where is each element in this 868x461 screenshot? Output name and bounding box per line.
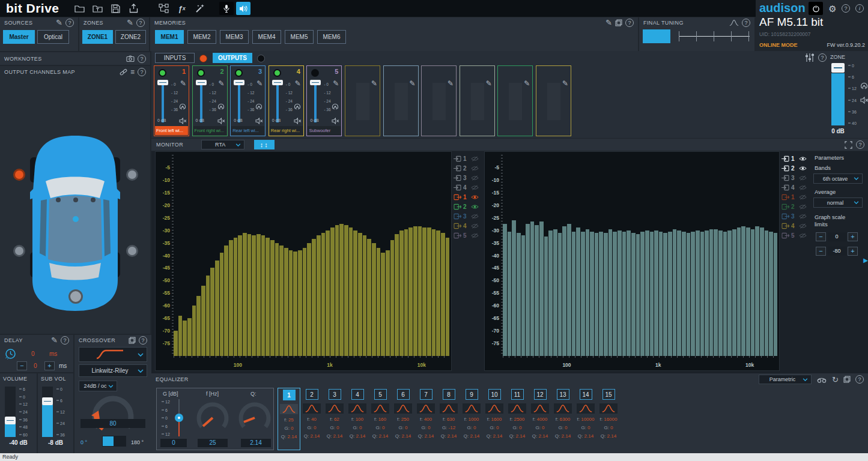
copy-icon[interactable] — [129, 337, 136, 344]
subvol-fader[interactable] — [42, 387, 53, 437]
listen-icon[interactable] — [179, 103, 186, 110]
legend-row-out-1[interactable]: 1 — [454, 192, 482, 202]
help-icon[interactable]: ? — [139, 336, 147, 345]
memory-button-4[interactable]: MEM4 — [252, 30, 281, 44]
listen-icon[interactable] — [294, 103, 301, 110]
monitor-arrows-button[interactable]: ↕↕ — [254, 140, 275, 149]
eq-band-number-button[interactable]: 15 — [602, 389, 615, 400]
edit-icon[interactable]: ✎ — [371, 79, 377, 88]
legend-row-in-1[interactable]: 1 — [454, 154, 482, 163]
eye-off-icon[interactable] — [471, 156, 479, 161]
microphone-icon[interactable] — [219, 2, 234, 15]
eq-band-number-button[interactable]: 13 — [557, 389, 569, 400]
crossover-frequency-value[interactable]: 80 — [80, 419, 145, 428]
help-icon[interactable]: ? — [818, 53, 827, 62]
eye-off-icon[interactable] — [799, 223, 807, 229]
monitor-mode-dropdown[interactable]: RTA — [201, 140, 244, 149]
edit-icon[interactable]: ✎ — [486, 79, 492, 88]
legend-row-out-1[interactable]: 1 — [782, 192, 810, 202]
channel-fader-handle[interactable] — [196, 80, 207, 85]
edit-icon[interactable]: ✎ — [410, 79, 416, 88]
eq-band-15[interactable]: 15f: 16000G: 0Q: 2.14 — [597, 388, 620, 450]
channel-strip-empty[interactable]: ✎ — [536, 65, 571, 136]
power-icon[interactable] — [809, 2, 823, 15]
channel-fader-handle[interactable] — [157, 80, 168, 85]
channel-label[interactable]: Front left wi... — [155, 126, 188, 135]
edit-icon[interactable]: ✎ — [180, 79, 186, 88]
eq-band-number-button[interactable]: 6 — [397, 389, 410, 400]
eq-band-1[interactable]: 1f: 25G: 0Q: 2.14 — [278, 388, 300, 450]
eye-off-icon[interactable] — [471, 175, 479, 181]
listen-icon[interactable] — [255, 103, 263, 110]
expand-panel-arrow[interactable]: ▶ — [863, 257, 868, 264]
eq-band-5[interactable]: 5f: 160G: 0Q: 2.14 — [369, 388, 392, 450]
mixer-icon[interactable] — [805, 53, 815, 62]
car-eq-icon[interactable] — [816, 376, 827, 383]
help-icon[interactable]: ? — [855, 375, 864, 384]
channel-strip[interactable]: 4✎- 0- 12- 24- 360 dBRear right wi... — [269, 65, 304, 136]
eq-band-2[interactable]: 2f: 40G: 0Q: 2.14 — [300, 388, 323, 450]
help-icon[interactable]: ? — [65, 19, 74, 27]
eq-band-number-button[interactable]: 8 — [443, 389, 455, 400]
speaker-front-left[interactable] — [13, 169, 25, 181]
final-tuning-slider[interactable] — [679, 29, 750, 43]
eq-bell-icon[interactable] — [508, 403, 526, 414]
edit-icon[interactable]: ✎ — [524, 79, 530, 88]
eq-mode-dropdown[interactable]: Parametric — [759, 375, 812, 384]
channel-fader-handle[interactable] — [310, 80, 321, 85]
mute-icon[interactable] — [860, 97, 868, 104]
eye-off-icon[interactable] — [471, 185, 479, 190]
crossover-slope-dropdown[interactable]: 24dB / oc — [79, 381, 117, 391]
edit-icon[interactable]: ✎ — [605, 19, 612, 26]
eye-off-icon[interactable] — [471, 233, 479, 238]
help-icon[interactable]: ? — [138, 68, 146, 76]
copy-icon[interactable] — [843, 376, 851, 383]
legend-row-in-3[interactable]: 3 — [454, 173, 482, 182]
volume-fader[interactable] — [5, 387, 16, 437]
eq-bell-icon[interactable] — [554, 403, 572, 414]
help-icon[interactable]: ? — [136, 19, 145, 27]
legend-row-out-3[interactable]: 3 — [782, 211, 810, 221]
eq-band-9[interactable]: 9f: 1000G: 0Q: 2.14 — [460, 388, 483, 450]
edit-icon[interactable]: ✎ — [333, 79, 339, 88]
eq-band-13[interactable]: 13f: 6300G: 0Q: 2.14 — [551, 388, 574, 450]
eq-bell-icon[interactable] — [440, 403, 458, 414]
eq-bell-icon[interactable] — [463, 403, 481, 414]
eye-off-icon[interactable] — [799, 214, 807, 219]
eq-bell-icon[interactable] — [371, 403, 389, 414]
mute-icon[interactable] — [217, 118, 225, 124]
eq-bell-icon[interactable] — [394, 403, 412, 414]
legend-row-in-1[interactable]: 1 — [782, 154, 810, 163]
legend-row-out-4[interactable]: 4 — [454, 221, 482, 230]
eq-bell-icon[interactable] — [599, 403, 618, 414]
legend-row-out-4[interactable]: 4 — [782, 221, 810, 230]
camera-icon[interactable] — [126, 55, 135, 62]
eye-off-icon[interactable] — [471, 214, 479, 219]
help-icon[interactable]: ? — [138, 55, 146, 63]
list-icon[interactable]: ≡ — [130, 68, 135, 76]
eq-band-6[interactable]: 6f: 250G: 0Q: 2.14 — [392, 388, 414, 450]
zone-button-1[interactable]: ZONE1 — [82, 30, 113, 44]
memory-button-3[interactable]: MEM3 — [220, 30, 249, 44]
eq-band-number-button[interactable]: 11 — [511, 389, 524, 400]
eye-off-icon[interactable] — [799, 204, 807, 209]
legend-row-in-4[interactable]: 4 — [454, 182, 482, 192]
help-icon[interactable]: ? — [625, 19, 634, 27]
inputs-tab[interactable]: INPUTS — [155, 53, 195, 63]
eq-freq-knob[interactable] — [195, 398, 230, 436]
edit-icon[interactable]: ✎ — [256, 79, 263, 88]
limit-top-plus-button[interactable]: + — [848, 232, 858, 241]
speaker-front-right[interactable] — [126, 169, 138, 181]
delay-plus-button[interactable]: + — [44, 361, 55, 370]
outputs-tab[interactable]: OUTPUTS — [213, 53, 252, 63]
edit-icon[interactable]: ✎ — [448, 79, 454, 88]
channel-strip-empty[interactable]: ✎ — [497, 65, 533, 136]
final-tuning-mode-icon[interactable] — [236, 2, 250, 15]
help-icon[interactable]: ? — [856, 140, 864, 149]
listen-icon[interactable] — [332, 103, 339, 110]
eye-icon[interactable] — [471, 194, 479, 200]
eye-off-icon[interactable] — [471, 166, 479, 171]
eq-q-value[interactable]: 2.14 — [241, 439, 271, 447]
reset-icon[interactable]: ↻ — [832, 375, 839, 384]
eq-band-number-button[interactable]: 14 — [580, 389, 592, 400]
